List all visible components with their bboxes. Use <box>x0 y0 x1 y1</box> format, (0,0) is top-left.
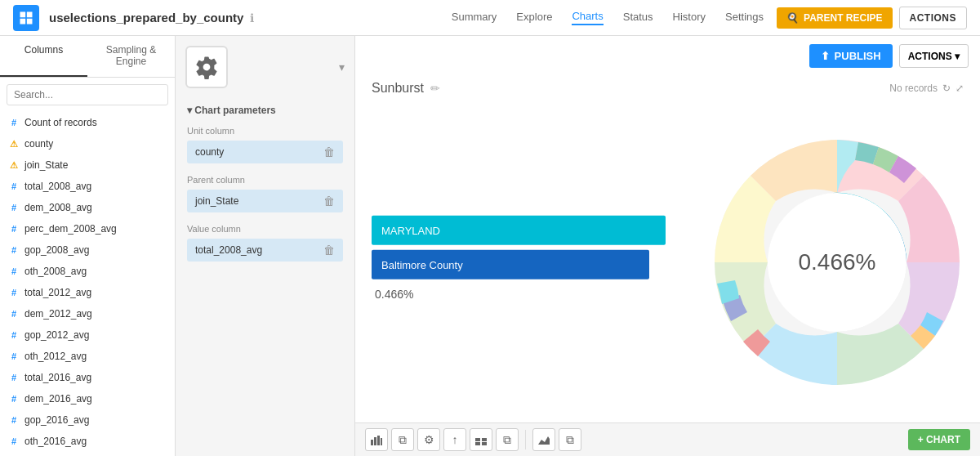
refresh-icon[interactable]: ↻ <box>942 83 951 94</box>
column-item[interactable]: #dem_2016_avg <box>0 388 175 409</box>
nav-summary[interactable]: Summary <box>452 11 497 25</box>
unit-column-delete[interactable]: 🗑 <box>323 145 335 159</box>
svg-rect-11 <box>482 442 487 445</box>
nav-charts[interactable]: Charts <box>572 10 603 25</box>
column-item[interactable]: #gop_2008_avg <box>0 239 175 261</box>
column-item[interactable]: #gop_2016_avg <box>0 409 175 431</box>
parent-column-delete[interactable]: 🗑 <box>323 194 335 208</box>
chart-header-actions: ⬆ PUBLISH ACTIONS ▾ <box>355 36 980 71</box>
bar-baltimore[interactable]: Baltimore County <box>372 250 649 279</box>
nav-history[interactable]: History <box>673 11 706 25</box>
columns-list: #Count of records⚠county⚠join_State#tota… <box>0 112 175 456</box>
actions-button-top[interactable]: ACTIONS <box>899 7 968 29</box>
publish-button[interactable]: ⬆ PUBLISH <box>809 44 893 68</box>
info-icon[interactable]: ℹ <box>250 11 254 25</box>
value-column-value: total_2008_avg <box>195 244 262 256</box>
column-item[interactable]: ⚠county <box>0 133 175 154</box>
col-type-icon: # <box>8 330 20 340</box>
col-name-label: oth_2008_avg <box>24 266 87 277</box>
chart-area-copy-icon[interactable]: ⧉ <box>559 428 581 451</box>
tab-columns[interactable]: Columns <box>0 36 87 77</box>
chart-table-copy-icon[interactable]: ⧉ <box>496 428 519 451</box>
unit-column-label: Unit column <box>187 126 343 136</box>
chart-no-records: No records ↻ ⤢ <box>889 83 964 94</box>
col-type-icon: # <box>8 203 20 212</box>
parent-column-select[interactable]: join_State 🗑 <box>187 190 343 212</box>
column-item[interactable]: #perc_dem_2008_avg <box>0 218 175 239</box>
chart-area-icon[interactable] <box>532 428 555 451</box>
column-item[interactable]: #dem_2012_avg <box>0 303 175 324</box>
col-type-icon: # <box>8 415 20 425</box>
chart-area: ⬆ PUBLISH ACTIONS ▾ Sunburst ✏ No record… <box>355 36 980 456</box>
app-icon <box>13 5 39 31</box>
col-name-label: gop_2008_avg <box>24 244 89 256</box>
sunburst-chart[interactable]: 0.466% <box>702 102 972 422</box>
column-item[interactable]: #dem_2008_avg <box>0 197 175 218</box>
column-item[interactable]: #oth_2008_avg <box>0 261 175 282</box>
col-type-icon: # <box>8 288 20 297</box>
column-item[interactable]: #total_2016_avg <box>0 367 175 388</box>
chart-gear-area: ▾ <box>176 36 354 98</box>
column-item[interactable]: #oth_2012_avg <box>0 346 175 367</box>
parent-column-group: Parent column join_State 🗑 <box>187 175 343 212</box>
col-name-label: perc_dem_2008_avg <box>24 223 117 235</box>
value-column-delete[interactable]: 🗑 <box>323 244 335 257</box>
parent-recipe-button[interactable]: 🍳 PARENT RECIPE <box>777 7 892 29</box>
col-type-icon: # <box>8 245 20 255</box>
nav-status[interactable]: Status <box>623 11 653 25</box>
nav-explore[interactable]: Explore <box>516 11 552 25</box>
value-column-select[interactable]: total_2008_avg 🗑 <box>187 239 343 262</box>
column-item[interactable]: #oth_2016_avg <box>0 431 175 452</box>
add-chart-button[interactable]: + CHART <box>908 429 970 450</box>
sunburst-center-value: 0.466% <box>799 249 876 275</box>
chart-bars: MARYLAND Baltimore County 0.466% <box>372 216 674 301</box>
chart-export-icon[interactable]: ↑ <box>443 428 466 451</box>
search-input[interactable] <box>7 84 168 105</box>
chart-dropdown-arrow[interactable]: ▾ <box>339 60 345 74</box>
svg-rect-7 <box>381 438 382 445</box>
chart-bar-icon[interactable] <box>365 428 388 451</box>
column-item[interactable]: ⚠join_State <box>0 154 175 176</box>
unit-column-select[interactable]: county 🗑 <box>187 141 343 163</box>
column-item[interactable]: #gop_2012_avg <box>0 324 175 346</box>
edit-icon[interactable]: ✏ <box>430 82 440 95</box>
nav-settings[interactable]: Settings <box>725 11 764 25</box>
col-name-label: total_2016_avg <box>24 372 91 383</box>
col-type-icon: # <box>8 181 20 191</box>
actions-dropdown-button[interactable]: ACTIONS ▾ <box>899 44 969 68</box>
col-type-icon: ⚠ <box>8 139 20 150</box>
column-item[interactable]: #total_2008_avg <box>0 176 175 197</box>
col-name-label: join_State <box>24 159 68 171</box>
svg-rect-4 <box>371 440 373 445</box>
bottom-toolbar: ⧉ ⚙ ↑ ⧉ ⧉ + CHART <box>355 422 980 456</box>
bar-percentage: 0.466% <box>372 288 674 301</box>
column-item[interactable]: #Count of records <box>0 112 175 133</box>
col-type-icon: # <box>8 394 20 404</box>
col-name-label: total_2012_avg <box>24 287 91 298</box>
svg-rect-8 <box>475 438 480 441</box>
top-nav: uselections_prepared_by_county ℹ Summary… <box>0 0 980 36</box>
column-item[interactable]: #total_2012_avg <box>0 282 175 303</box>
col-name-label: dem_2012_avg <box>24 308 92 320</box>
chart-table-icon[interactable] <box>470 428 492 451</box>
col-name-label: oth_2016_avg <box>24 436 87 447</box>
chart-copy-icon[interactable]: ⧉ <box>391 428 414 451</box>
chart-settings-icon[interactable]: ⚙ <box>417 428 440 451</box>
chart-title-bar: Sunburst ✏ No records ↻ ⤢ <box>355 71 980 102</box>
col-name-label: county <box>24 138 53 150</box>
value-column-group: Value column total_2008_avg 🗑 <box>187 224 343 262</box>
svg-rect-5 <box>374 437 376 445</box>
bar-maryland[interactable]: MARYLAND <box>372 216 666 245</box>
tab-sampling[interactable]: Sampling & Engine <box>87 36 175 77</box>
chart-type-icon[interactable] <box>185 46 228 88</box>
col-type-icon: # <box>8 309 20 319</box>
col-type-icon: # <box>8 266 20 276</box>
svg-rect-6 <box>377 436 380 445</box>
chart-params-header[interactable]: ▾ Chart parameters <box>187 105 343 116</box>
col-name-label: dem_2008_avg <box>24 202 92 213</box>
parent-column-label: Parent column <box>187 175 343 185</box>
col-name-label: oth_2012_avg <box>24 351 87 362</box>
col-type-icon: # <box>8 373 20 382</box>
svg-rect-10 <box>475 442 480 445</box>
expand-icon[interactable]: ⤢ <box>956 83 964 94</box>
